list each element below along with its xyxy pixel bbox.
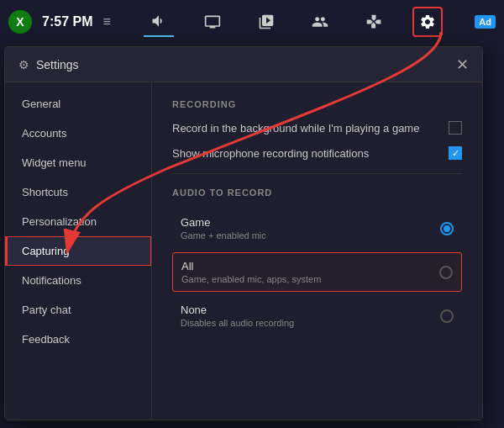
audio-option-game-radio[interactable] — [440, 222, 454, 235]
audio-option-none-subtitle: Disables all audio recording — [181, 318, 294, 328]
show-mic-notifications-checkbox[interactable]: ✓ — [449, 146, 462, 160]
sidebar-item-general[interactable]: General — [5, 89, 151, 119]
audio-section: AUDIO TO RECORD Game Game + enabled mic — [172, 188, 462, 335]
record-background-label: Record in the background while I'm playi… — [172, 122, 449, 135]
audio-option-game[interactable]: Game Game + enabled mic — [172, 209, 462, 247]
sidebar-item-capturing[interactable]: Capturing — [5, 236, 151, 266]
sidebar-item-notifications[interactable]: Notifications — [5, 266, 151, 295]
sidebar-item-shortcuts[interactable]: Shortcuts — [5, 177, 151, 207]
taskbar: X 7:57 PM ≡ Ad — [0, 0, 504, 44]
audio-option-none[interactable]: None Disables all audio recording — [172, 297, 462, 335]
audio-option-game-header: Game Game + enabled mic — [181, 216, 454, 240]
sidebar-item-feedback[interactable]: Feedback — [5, 325, 151, 354]
audio-section-label: AUDIO TO RECORD — [172, 188, 462, 198]
audio-option-none-title: None — [181, 304, 294, 316]
show-mic-notifications-label: Show microphone recording notifications — [172, 147, 449, 160]
controller-taskbar-icon[interactable] — [359, 7, 389, 37]
taskbar-left: X 7:57 PM ≡ — [8, 10, 111, 34]
settings-gear-icon: ⚙ — [18, 58, 29, 71]
taskbar-right: Ad — [475, 15, 496, 29]
audio-option-none-header: None Disables all audio recording — [181, 304, 454, 328]
wp-badge: Ad — [475, 15, 496, 29]
recording-section-label: RECORDING — [172, 99, 462, 109]
taskbar-center — [111, 7, 475, 37]
settings-close-button[interactable]: ✕ — [456, 57, 469, 72]
audio-option-all-header: All Game, enabled mic, apps, system — [181, 260, 453, 284]
volume-taskbar-icon[interactable] — [144, 7, 174, 37]
sidebar-item-accounts[interactable]: Accounts — [5, 119, 151, 148]
audio-option-none-radio[interactable] — [440, 309, 454, 323]
settings-modal: ⚙ Settings ✕ General Accounts Widget men… — [4, 46, 483, 420]
audio-option-all[interactable]: All Game, enabled mic, apps, system — [172, 252, 462, 292]
audio-option-all-title: All — [181, 260, 321, 272]
audio-option-all-subtitle: Game, enabled mic, apps, system — [181, 274, 321, 284]
settings-body: General Accounts Widget menu Shortcuts P… — [5, 82, 482, 420]
sidebar-item-personalization[interactable]: Personalization — [5, 207, 151, 236]
capture-taskbar-icon[interactable] — [251, 7, 281, 37]
screen-taskbar-icon[interactable] — [197, 7, 228, 37]
settings-title: Settings — [36, 58, 456, 71]
sidebar-item-widget-menu[interactable]: Widget menu — [5, 148, 151, 177]
section-divider — [172, 173, 462, 174]
sidebar-item-party-chat[interactable]: Party chat — [5, 295, 151, 325]
show-mic-notifications-row: Show microphone recording notifications … — [172, 146, 462, 160]
gear-taskbar-icon[interactable] — [412, 7, 443, 37]
record-background-row: Record in the background while I'm playi… — [172, 121, 462, 135]
people-taskbar-icon[interactable] — [305, 7, 335, 37]
audio-option-game-subtitle: Game + enabled mic — [181, 230, 266, 240]
audio-option-game-title: Game — [181, 216, 266, 229]
xbox-logo[interactable]: X — [8, 10, 32, 34]
taskbar-time: 7:57 PM — [42, 14, 92, 29]
settings-sidebar: General Accounts Widget menu Shortcuts P… — [5, 82, 152, 420]
settings-content: RECORDING Record in the background while… — [152, 82, 482, 420]
audio-option-all-radio[interactable] — [439, 266, 453, 279]
record-background-checkbox[interactable] — [449, 121, 462, 135]
hamburger-icon[interactable]: ≡ — [102, 14, 110, 29]
settings-header: ⚙ Settings ✕ — [5, 47, 482, 82]
